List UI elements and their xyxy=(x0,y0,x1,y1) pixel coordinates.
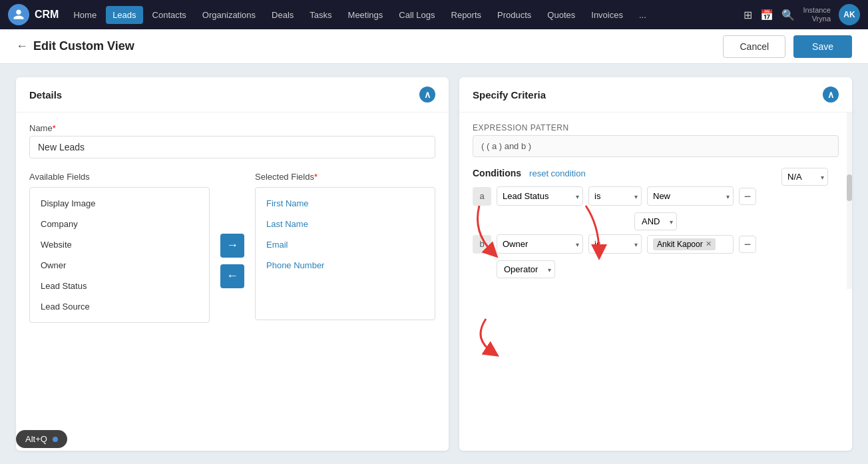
fields-section: Available Fields Display Image Company W… xyxy=(29,172,435,323)
value-a-select[interactable]: New xyxy=(647,186,734,206)
instance-label: Instance xyxy=(803,6,831,15)
nav-deals[interactable]: Deals xyxy=(265,6,300,24)
nav-contacts[interactable]: Contacts xyxy=(146,6,193,24)
save-button[interactable]: Save xyxy=(793,35,852,58)
field-website[interactable]: Website xyxy=(38,234,201,255)
nav-leads[interactable]: Leads xyxy=(106,6,142,24)
nav-more[interactable]: ... xyxy=(632,6,653,24)
available-fields-box: Display Image Company Website Owner Lead… xyxy=(29,187,210,323)
expression-box: ( ( a ) and b ) xyxy=(473,135,839,157)
field-a-select[interactable]: Lead Status xyxy=(497,186,583,206)
selected-fields-col: Selected Fields* First Name Last Name Em… xyxy=(255,172,435,323)
field-b-select[interactable]: Owner xyxy=(497,234,583,254)
available-fields-col: Available Fields Display Image Company W… xyxy=(29,172,210,323)
value-a-select-wrapper: New ▾ xyxy=(647,186,734,206)
criteria-toggle-button[interactable]: ∧ xyxy=(823,87,839,103)
search-icon[interactable]: 🔍 xyxy=(781,9,795,21)
name-label: Name* xyxy=(29,123,435,133)
conditions-label: Conditions xyxy=(473,168,521,178)
details-panel-body: Name* Available Fields Display Image Com… xyxy=(16,113,449,334)
nav-invoices[interactable]: Invoices xyxy=(584,6,630,24)
arrow-overlay-2 xyxy=(466,312,566,365)
selected-fields-box: First Name Last Name Email Phone Number xyxy=(255,187,435,320)
tag-text: Ankit Kapoor xyxy=(657,240,703,249)
nav-meetings[interactable]: Meetings xyxy=(341,6,390,24)
na-select[interactable]: N/A xyxy=(781,168,828,186)
nav-home[interactable]: Home xyxy=(67,6,103,24)
conditions-header-row: Conditions reset condition N/A ▾ xyxy=(473,168,839,178)
main-content: Details ∧ Name* Available Fields Display… xyxy=(0,64,868,464)
criteria-title: Specify Criteria xyxy=(473,89,546,101)
transfer-buttons: → ← xyxy=(220,172,244,323)
transfer-left-button[interactable]: ← xyxy=(220,264,244,288)
details-panel-header: Details ∧ xyxy=(16,77,449,113)
condition-a-badge: a xyxy=(473,187,491,206)
operator-b-select[interactable]: is xyxy=(588,234,642,254)
operator-b-select-wrapper: is ▾ xyxy=(588,234,642,254)
nav-right-icons: ⊞ 📅 🔍 Instance Vryna AK xyxy=(744,4,860,25)
logo[interactable]: CRM xyxy=(8,4,59,25)
and-select[interactable]: AND OR xyxy=(634,212,677,230)
value-b-tag-input[interactable]: Ankit Kapoor ✕ xyxy=(647,235,734,254)
selected-required: * xyxy=(314,172,318,182)
nav-organizations[interactable]: Organizations xyxy=(196,6,262,24)
back-button[interactable]: ← xyxy=(16,39,28,53)
nav-call-logs[interactable]: Call Logs xyxy=(392,6,441,24)
na-select-container: N/A ▾ xyxy=(781,168,828,186)
remove-condition-a-button[interactable]: − xyxy=(739,188,756,205)
nav-reports[interactable]: Reports xyxy=(445,6,489,24)
field-lead-source[interactable]: Lead Source xyxy=(38,296,201,317)
subheader: ← Edit Custom View Cancel Save xyxy=(0,29,868,64)
logo-text: CRM xyxy=(35,9,59,21)
operator-final-select[interactable]: Operator xyxy=(497,260,555,278)
nav-tasks[interactable]: Tasks xyxy=(303,6,338,24)
page-title: Edit Custom View xyxy=(33,39,134,53)
criteria-panel: Specify Criteria ∧ Expression Pattern ( … xyxy=(459,77,852,451)
details-toggle-button[interactable]: ∧ xyxy=(419,87,435,103)
calendar-icon[interactable]: 📅 xyxy=(760,9,773,21)
expression-label: Expression Pattern xyxy=(473,123,839,132)
operator-a-select-wrapper: is ▾ xyxy=(588,186,642,206)
and-select-wrapper: AND OR ▾ xyxy=(634,212,677,230)
selected-field-first-name[interactable]: First Name xyxy=(264,193,427,214)
selected-fields-label: Selected Fields* xyxy=(255,172,435,182)
condition-b-badge: b xyxy=(473,235,491,254)
transfer-right-button[interactable]: → xyxy=(220,234,244,258)
details-title: Details xyxy=(29,89,62,101)
name-input[interactable] xyxy=(29,136,435,158)
selected-field-email[interactable]: Email xyxy=(264,234,427,255)
criteria-panel-body: Expression Pattern ( ( a ) and b ) Condi… xyxy=(459,113,852,289)
field-b-select-wrapper: Owner ▾ xyxy=(497,234,583,254)
operator-row: Operator ▾ xyxy=(473,260,839,278)
field-lead-status[interactable]: Lead Status xyxy=(38,276,201,296)
condition-b-row: b Owner ▾ is ▾ Ankit Kapoor ✕ xyxy=(473,234,839,254)
details-panel: Details ∧ Name* Available Fields Display… xyxy=(16,77,449,451)
ankit-kapoor-tag: Ankit Kapoor ✕ xyxy=(653,238,716,250)
subheader-actions: Cancel Save xyxy=(723,35,852,58)
cancel-button[interactable]: Cancel xyxy=(723,35,785,58)
scrollbar-thumb[interactable] xyxy=(847,174,852,201)
field-a-select-wrapper: Lead Status ▾ xyxy=(497,186,583,206)
condition-a-row: a Lead Status ▾ is ▾ New xyxy=(473,186,839,206)
name-required: * xyxy=(53,123,56,133)
field-display-image[interactable]: Display Image xyxy=(38,193,201,214)
user-avatar[interactable]: AK xyxy=(839,4,860,25)
expression-section: Expression Pattern ( ( a ) and b ) xyxy=(473,123,839,157)
field-owner[interactable]: Owner xyxy=(38,255,201,276)
reset-condition-link[interactable]: reset condition xyxy=(529,168,586,178)
selected-field-last-name[interactable]: Last Name xyxy=(264,214,427,234)
nav-quotes[interactable]: Quotes xyxy=(541,6,582,24)
remove-condition-b-button[interactable]: − xyxy=(739,236,756,253)
criteria-panel-header: Specify Criteria ∧ xyxy=(459,77,852,113)
scrollbar-track xyxy=(847,113,852,289)
operator-a-select[interactable]: is xyxy=(588,186,642,206)
nav-products[interactable]: Products xyxy=(491,6,538,24)
subheader-left: ← Edit Custom View xyxy=(16,39,134,53)
shortcut-dot-icon xyxy=(53,437,58,442)
field-company[interactable]: Company xyxy=(38,214,201,234)
tag-close-icon[interactable]: ✕ xyxy=(706,240,712,248)
grid-icon[interactable]: ⊞ xyxy=(744,9,752,21)
top-navigation: CRM Home Leads Contacts Organizations De… xyxy=(0,0,868,29)
selected-field-phone[interactable]: Phone Number xyxy=(264,255,427,276)
available-fields-label: Available Fields xyxy=(29,172,210,182)
